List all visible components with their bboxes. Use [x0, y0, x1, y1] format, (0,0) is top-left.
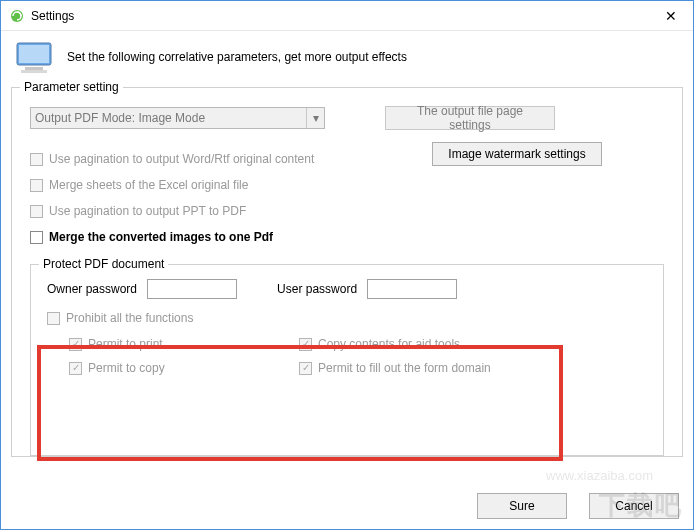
header-row: Set the following correlative parameters… [1, 31, 693, 87]
parameter-setting-fieldset: Parameter setting Output PDF Mode: Image… [11, 87, 683, 457]
app-icon [9, 8, 25, 24]
pagination-ppt-label: Use pagination to output PPT to PDF [49, 204, 246, 218]
titlebar: Settings ✕ [1, 1, 693, 31]
fieldset-legend: Parameter setting [20, 80, 123, 94]
header-description: Set the following correlative parameters… [67, 50, 407, 64]
permit-copy-label: Permit to copy [88, 361, 165, 375]
svg-rect-3 [25, 67, 43, 70]
copy-aid-label: Copy contents for aid tools [318, 337, 460, 351]
window-title: Settings [31, 9, 657, 23]
watermark-settings-button[interactable]: Image watermark settings [432, 142, 602, 166]
merge-images-label: Merge the converted images to one Pdf [49, 230, 273, 244]
dropdown-label: Output PDF Mode: Image Mode [35, 111, 205, 125]
pagination-word-checkbox [30, 153, 43, 166]
merge-images-checkbox[interactable] [30, 231, 43, 244]
prohibit-all-label: Prohibit all the functions [66, 311, 193, 325]
sure-button[interactable]: Sure [477, 493, 567, 519]
owner-password-input[interactable] [147, 279, 237, 299]
cancel-button[interactable]: Cancel [589, 493, 679, 519]
owner-password-label: Owner password [47, 282, 137, 296]
pagination-ppt-checkbox [30, 205, 43, 218]
fill-form-checkbox: ✓ [299, 362, 312, 375]
copy-aid-checkbox: ✓ [299, 338, 312, 351]
pagination-ppt-checkbox-row: Use pagination to output PPT to PDF [30, 204, 664, 218]
permit-print-label: Permit to print [88, 337, 163, 351]
fill-form-label: Permit to fill out the form domain [318, 361, 491, 375]
merge-excel-checkbox [30, 179, 43, 192]
protect-pdf-fieldset: Protect PDF document Owner password User… [30, 264, 664, 456]
permit-print-checkbox: ✓ [69, 338, 82, 351]
user-password-input[interactable] [367, 279, 457, 299]
merge-excel-label: Merge sheets of the Excel original file [49, 178, 248, 192]
svg-rect-2 [19, 45, 49, 63]
close-icon[interactable]: ✕ [657, 4, 685, 28]
monitor-icon [15, 41, 55, 73]
merge-images-checkbox-row: Merge the converted images to one Pdf [30, 230, 664, 244]
output-pdf-mode-dropdown[interactable]: Output PDF Mode: Image Mode ▾ [30, 107, 325, 129]
protect-legend: Protect PDF document [39, 257, 168, 271]
user-password-label: User password [277, 282, 357, 296]
watermark-url: www.xiazaiba.com [546, 468, 653, 483]
pagination-word-label: Use pagination to output Word/Rtf origin… [49, 152, 314, 166]
footer-buttons: Sure Cancel [477, 493, 679, 519]
svg-rect-4 [21, 70, 47, 73]
page-settings-button[interactable]: The output file page settings [385, 106, 555, 130]
chevron-down-icon: ▾ [306, 108, 324, 128]
settings-window: Settings ✕ Set the following correlative… [0, 0, 694, 530]
prohibit-all-checkbox [47, 312, 60, 325]
merge-excel-checkbox-row: Merge sheets of the Excel original file [30, 178, 664, 192]
permit-copy-checkbox: ✓ [69, 362, 82, 375]
